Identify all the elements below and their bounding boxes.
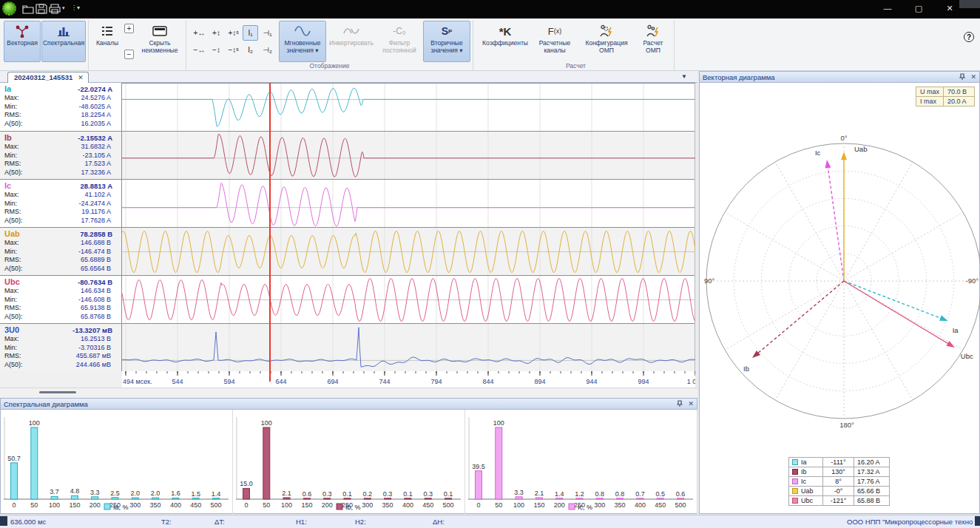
spectral-diagram-button[interactable]: Спектральная [41, 21, 86, 62]
channel-name: Uab [4, 229, 20, 238]
coefficients-icon: *K [499, 23, 512, 39]
calc-channels-button[interactable]: F(x) Расчетные каналы [531, 21, 578, 62]
vector-diagram-button[interactable]: Векторная [4, 21, 41, 62]
bar [476, 471, 482, 499]
omp-calc-button[interactable]: Расчет ОМП [635, 21, 672, 62]
document-tab-bar: 20240312_145531✕ ▼ [0, 71, 697, 83]
svg-text:2.5: 2.5 [110, 490, 120, 497]
bar [71, 495, 78, 499]
coefficients-button[interactable]: *K Коэффициенты [480, 21, 530, 62]
svg-text:50.7: 50.7 [7, 455, 21, 462]
stat-label: A(50): [4, 313, 23, 320]
zoom-tool-button-+↕[interactable]: +↕ [209, 25, 224, 41]
add-channel-button[interactable]: + [124, 24, 134, 33]
vector-diagram-panel: U max70.0 ВI max20.0 A 0°90°-90°180°IaIb… [699, 83, 980, 514]
svg-text:0.8: 0.8 [615, 490, 625, 498]
bar [263, 427, 270, 499]
save-icon[interactable] [36, 4, 47, 14]
svg-text:500: 500 [442, 501, 453, 509]
hide-unchanged-button[interactable]: Скрыть неизменные [136, 21, 183, 62]
invert-button[interactable]: Инвертировать [327, 21, 376, 62]
zoom-tool-button-−↕ˢ[interactable]: −↕ˢ [226, 42, 241, 58]
svg-text:400: 400 [402, 501, 413, 509]
zoom-tool-button-+↔[interactable]: +↔ [192, 25, 207, 41]
bar [556, 498, 563, 499]
spectral-chart-Ia: 50.70100503.71004.81503.32002.52502.0300… [1, 410, 233, 514]
app-logo-icon[interactable] [2, 1, 16, 16]
zoom-tool-button-⊣₁[interactable]: ⊣₁ [260, 25, 275, 41]
secondary-values-button[interactable]: SP Вторичные значения ▾ [423, 21, 470, 62]
bar-chart-svg: 50.70100503.71004.81503.32002.52502.0300… [1, 410, 232, 514]
spectral-chart-Ib: 15.00100502.11000.61500.32000.12500.2300… [233, 410, 465, 514]
bar [576, 498, 583, 499]
horizontal-scrollbar-thumb[interactable] [39, 391, 76, 393]
bar [425, 498, 431, 499]
waveform-svg-Uab [122, 228, 695, 276]
instant-values-button[interactable]: Мгновенные значения ▾ [279, 21, 326, 62]
function-icon: F(x) [548, 23, 561, 39]
horizontal-scrollbar[interactable] [0, 387, 697, 398]
help-icon[interactable]: ? [964, 32, 974, 42]
channel-current-value: -22.0274 A [78, 85, 112, 93]
zoom-tool-button-+↕ˢ[interactable]: +↕ˢ [226, 25, 241, 41]
zoom-tool-button-I₂[interactable]: I₂ [243, 42, 258, 58]
svg-text:0.3: 0.3 [322, 490, 332, 498]
channel-stat-line: A(50):65.6564 В [4, 265, 115, 273]
channels-button[interactable]: Каналы [91, 21, 124, 62]
calc-group-label: Расчет [480, 62, 672, 70]
dc-filter-button[interactable]: -C₀ Фильтр постоянной [376, 21, 422, 62]
legend-swatch [792, 469, 798, 475]
bar [677, 498, 684, 499]
stat-label: Min: [4, 103, 17, 110]
omp-config-icon [599, 23, 614, 39]
spectral-close-icon[interactable]: ✕ [688, 400, 694, 407]
channel-stat-line: Max:16.2513 В [4, 335, 115, 343]
tab-list-dropdown-icon[interactable]: ▼ [681, 73, 687, 80]
stat-value: -146.474 В [78, 248, 111, 255]
svg-text:0.1: 0.1 [342, 490, 352, 498]
restore-button[interactable]: ▢ [908, 1, 930, 15]
tab-close-icon[interactable]: ✕ [78, 74, 84, 81]
tab-title: 20240312_145531 [14, 73, 72, 81]
remove-channel-button[interactable]: − [124, 50, 134, 59]
waveform-svg-Ib [122, 132, 695, 180]
waveform-plot-area[interactable] [122, 83, 695, 371]
pin-icon[interactable] [959, 73, 965, 81]
zoom-tool-button-I₁[interactable]: I₁ [243, 25, 258, 41]
cursor-artifact [0, 516, 7, 526]
svg-text:100: 100 [29, 419, 40, 427]
vector-legend-row: Ia-111°16.20 A [789, 458, 890, 467]
svg-text:200: 200 [554, 501, 565, 509]
bar [92, 497, 98, 499]
svg-text:500: 500 [675, 501, 686, 509]
zoom-tool-button-⊣₂[interactable]: ⊣₂ [260, 42, 275, 58]
zoom-tool-button-−↕[interactable]: −↕ [209, 42, 224, 58]
status-item: ΔH: [433, 518, 445, 526]
print-icon[interactable] [49, 4, 61, 14]
bar [112, 498, 118, 499]
svg-text:450: 450 [655, 501, 666, 509]
status-item: ΔT: [214, 518, 225, 526]
bar [445, 498, 452, 499]
svg-text:50: 50 [495, 501, 502, 509]
svg-text:0.6: 0.6 [676, 490, 686, 498]
channel-name: 3U0 [4, 325, 19, 334]
zoom-tool-button-−↔[interactable]: −↔ [192, 42, 207, 58]
pin-icon[interactable] [677, 400, 683, 407]
omp-config-button[interactable]: Конфигурация ОМП [579, 21, 634, 62]
svg-text:150: 150 [301, 501, 312, 509]
svg-text:544: 544 [172, 378, 183, 385]
close-button[interactable]: ✕ [939, 1, 961, 15]
vector-legend-row: Uab-0°65.66 В [789, 487, 890, 496]
vector-close-icon[interactable]: ✕ [970, 73, 976, 81]
quick-access-customize-icon[interactable]: ⋮▾ [71, 4, 83, 15]
stat-value: 65.9138 В [81, 304, 111, 311]
svg-text:4.8: 4.8 [70, 487, 80, 495]
oscillogram-tab[interactable]: 20240312_145531✕ [7, 72, 89, 83]
invert-icon [342, 23, 360, 39]
calc-group: *K Коэффициенты F(x) Расчетные каналы Ко… [478, 20, 675, 70]
open-file-icon[interactable] [22, 4, 34, 14]
minimize-button[interactable]: — [876, 1, 899, 15]
time-cursor-line[interactable] [269, 83, 271, 382]
channel-info-row: Ib-2.15532 AMax:31.6832 AMin:-23.105 ARM… [0, 131, 121, 179]
